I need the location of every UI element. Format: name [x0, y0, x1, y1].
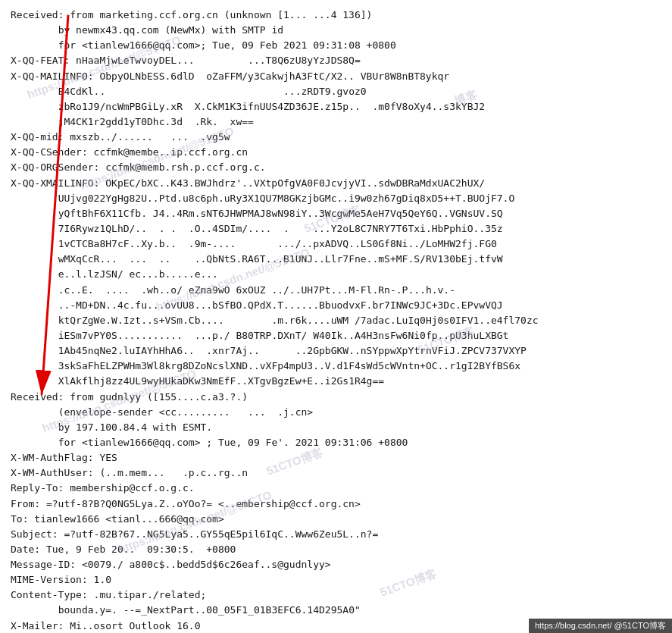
email-raw-text: Received: from marketing.ccf.org.cn (unk…: [11, 8, 661, 633]
watermark-bottom-bar: https://blog.csdn.net/ @51CTO博客: [529, 619, 672, 633]
bottom-label-text: https://blog.csdn.net/ @51CTO博客: [535, 621, 666, 630]
email-content-area: https://blog.csdn.net/@51CTO博客https://bl…: [0, 0, 672, 633]
